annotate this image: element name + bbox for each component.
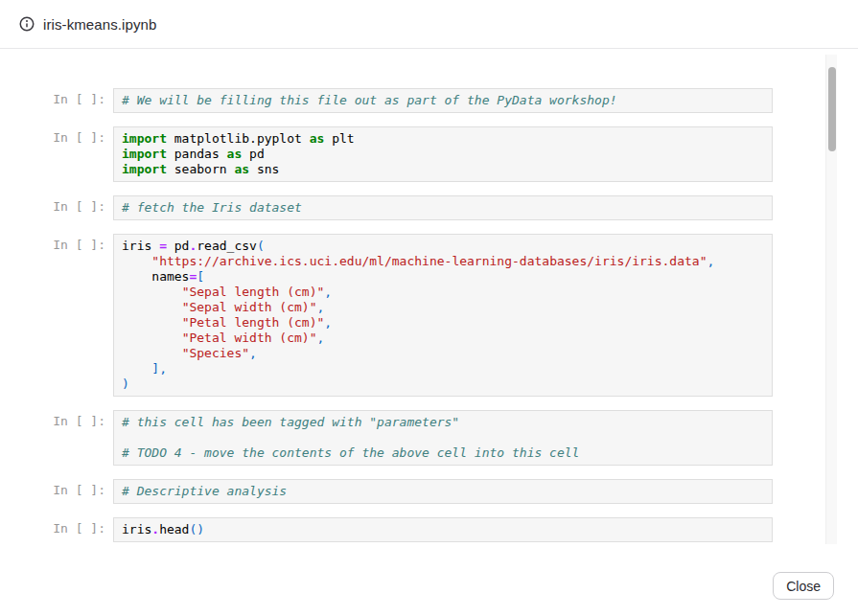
cell-prompt: In [ ]: [46, 517, 105, 536]
cell-prompt: In [ ]: [46, 195, 105, 215]
notebook-cells: In [ ]:# We will be filling this file ou… [46, 88, 773, 542]
cell-prompt: In [ ]: [46, 410, 105, 429]
notebook-cell-row: In [ ]:# We will be filling this file ou… [46, 88, 773, 113]
code-cell: iris.head() [113, 517, 773, 542]
notebook-cell-row: In [ ]:iris.head() [46, 517, 773, 542]
cell-prompt: In [ ]: [46, 126, 105, 146]
cell-prompt: In [ ]: [46, 479, 105, 498]
scrollbar-track[interactable] [825, 55, 837, 544]
notebook-cell-row: In [ ]:import matplotlib.pyplot as plt i… [46, 126, 773, 182]
cell-prompt: In [ ]: [46, 234, 105, 253]
cell-prompt: In [ ]: [46, 88, 105, 107]
notebook-cell-row: In [ ]:# this cell has been tagged with … [46, 410, 773, 466]
modal-header: iris-kmeans.ipynb [0, 0, 858, 49]
code-cell: import matplotlib.pyplot as plt import p… [113, 126, 773, 182]
notebook-preview: In [ ]:# We will be filling this file ou… [0, 50, 825, 544]
code-cell: # We will be filling this file out as pa… [113, 88, 773, 113]
info-icon[interactable] [19, 16, 35, 32]
notebook-cell-row: In [ ]:iris = pd.read_csv( "https://arch… [46, 234, 773, 397]
code-cell: # fetch the Iris dataset [113, 195, 773, 220]
scrollbar-thumb[interactable] [828, 67, 836, 151]
close-button[interactable]: Close [773, 572, 834, 600]
notebook-cell-row: In [ ]:# fetch the Iris dataset [46, 195, 773, 220]
code-cell: # Descriptive analysis [113, 479, 773, 504]
code-cell: iris = pd.read_csv( "https://archive.ics… [113, 234, 773, 397]
code-cell: # this cell has been tagged with "parame… [113, 410, 773, 466]
file-title: iris-kmeans.ipynb [43, 16, 156, 33]
notebook-cell-row: In [ ]:# Descriptive analysis [46, 479, 773, 504]
